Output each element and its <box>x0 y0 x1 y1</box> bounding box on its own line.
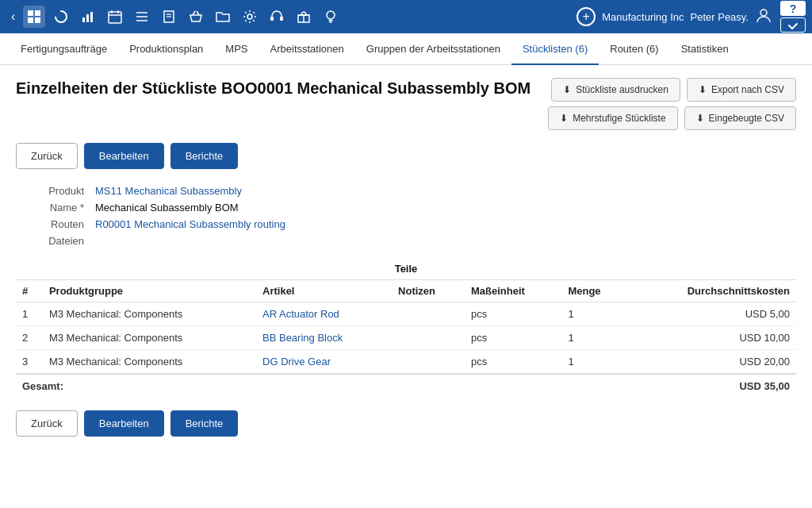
list-icon[interactable] <box>131 6 153 28</box>
cell-group-2: M3 Mechanical: Components <box>43 326 256 350</box>
cell-qty-3: 1 <box>561 350 627 375</box>
reports-button-bottom[interactable]: Berichte <box>170 410 239 437</box>
label-name: Name * <box>16 202 95 214</box>
label-dateien: Dateien <box>16 235 95 247</box>
svg-rect-6 <box>86 14 89 22</box>
headset-icon[interactable] <box>266 6 288 28</box>
svg-rect-5 <box>82 17 85 22</box>
svg-rect-2 <box>28 17 33 23</box>
nav-item-routen[interactable]: Routen (6) <box>599 33 669 65</box>
nav-bar: Fertigungsaufträge Produktionsplan MPS A… <box>0 33 812 65</box>
cell-notes-1 <box>392 302 465 326</box>
value-routen[interactable]: R00001 Mechanical Subassembly routing <box>95 218 285 230</box>
spinner-icon[interactable] <box>50 6 72 28</box>
svg-point-22 <box>327 11 335 19</box>
cell-unit-2: pcs <box>465 326 561 350</box>
col-notes: Notizen <box>392 280 465 302</box>
col-qty: Menge <box>561 280 627 302</box>
calendar-icon[interactable] <box>104 6 126 28</box>
field-produkt: Produkt MS11 Mechanical Subassembly <box>16 185 796 197</box>
table-row: 1 M3 Mechanical: Components AR Actuator … <box>16 302 796 326</box>
page-title: Einzelheiten der Stückliste BOO0001 Mech… <box>16 78 530 98</box>
edit-button-bottom[interactable]: Bearbeiten <box>84 410 164 437</box>
reports-button-top[interactable]: Berichte <box>170 143 239 169</box>
col-article: Artikel <box>256 280 392 302</box>
user-name: Peter Peasy. <box>691 11 749 23</box>
cell-group-3: M3 Mechanical: Components <box>43 350 256 375</box>
export-csv-button[interactable]: ⬇ Export nach CSV <box>687 78 796 102</box>
label-produkt: Produkt <box>16 185 95 197</box>
back-button-bottom[interactable]: Zurück <box>16 410 78 437</box>
main-content: Einzelheiten der Stückliste BOO0001 Mech… <box>0 65 812 508</box>
cell-cost-1: USD 5,00 <box>628 302 796 326</box>
cell-article-3[interactable]: DG Drive Gear <box>256 350 392 375</box>
cell-notes-3 <box>392 350 465 375</box>
svg-rect-19 <box>280 17 283 21</box>
nav-item-fertigungsauftraege[interactable]: Fertigungsaufträge <box>10 33 118 65</box>
svg-rect-18 <box>270 17 274 21</box>
download-icon-2: ⬇ <box>699 84 707 95</box>
header-btn-row-2: ⬇ Mehrstufige Stückliste ⬇ Eingebeugte C… <box>548 106 796 130</box>
cell-article-2[interactable]: BB Bearing Block <box>256 326 392 350</box>
toolbar-icons <box>23 6 573 28</box>
download-icon-1: ⬇ <box>563 84 571 95</box>
toolbar-right: + Manufacturing Inc Peter Peasy. <box>576 6 772 28</box>
plus-button[interactable]: + <box>576 7 596 26</box>
book-icon[interactable] <box>158 6 180 28</box>
cell-article-1[interactable]: AR Actuator Rod <box>256 302 392 326</box>
chart-bar-icon[interactable] <box>77 6 99 28</box>
cell-notes-2 <box>392 326 465 350</box>
svg-rect-1 <box>35 10 40 16</box>
nav-item-arbeitsstationen[interactable]: Arbeitsstationen <box>259 33 355 65</box>
col-unit: Maßeinheit <box>465 280 561 302</box>
nav-item-mps[interactable]: MPS <box>214 33 259 65</box>
help-button[interactable]: ? <box>780 1 806 16</box>
detail-form: Produkt MS11 Mechanical Subassembly Name… <box>16 185 796 247</box>
download-icon-4: ⬇ <box>696 113 704 124</box>
parts-section: Teile # Produktgruppe Artikel Notizen Ma… <box>16 263 796 398</box>
back-button[interactable]: ‹ <box>6 6 20 27</box>
col-group: Produktgruppe <box>43 280 256 302</box>
action-buttons-bottom: Zurück Bearbeiten Berichte <box>16 410 796 437</box>
cell-unit-3: pcs <box>465 350 561 375</box>
company-name: Manufacturing Inc <box>602 11 684 23</box>
svg-rect-7 <box>90 12 93 22</box>
user-icon[interactable] <box>755 6 772 28</box>
nav-item-statistiken[interactable]: Statistiken <box>670 33 740 65</box>
svg-rect-8 <box>109 12 121 23</box>
settings-icon[interactable] <box>239 6 261 28</box>
svg-point-17 <box>247 14 252 19</box>
grid-icon[interactable] <box>23 6 45 28</box>
col-num: # <box>16 280 43 302</box>
edit-button-top[interactable]: Bearbeiten <box>84 143 164 169</box>
cell-qty-1: 1 <box>561 302 627 326</box>
top-toolbar: ‹ <box>0 0 812 33</box>
svg-point-4 <box>56 11 67 22</box>
value-name: Mechanical Subassembly BOM <box>95 202 239 214</box>
basket-icon[interactable] <box>185 6 207 28</box>
gift-icon[interactable] <box>293 6 315 28</box>
folder-icon[interactable] <box>212 6 234 28</box>
header-buttons: ⬇ Stückliste ausdrucken ⬇ Export nach CS… <box>548 78 796 130</box>
cell-qty-2: 1 <box>561 326 627 350</box>
check-button[interactable] <box>780 17 806 33</box>
page-header: Einzelheiten der Stückliste BOO0001 Mech… <box>16 78 796 130</box>
cell-unit-1: pcs <box>465 302 561 326</box>
label-routen: Routen <box>16 218 95 230</box>
svg-point-24 <box>760 10 767 16</box>
header-btn-row-1: ⬇ Stückliste ausdrucken ⬇ Export nach CS… <box>551 78 796 102</box>
table-row: 2 M3 Mechanical: Components BB Bearing B… <box>16 326 796 350</box>
nav-item-gruppen[interactable]: Gruppen der Arbeitsstationen <box>355 33 511 65</box>
print-bom-button[interactable]: ⬇ Stückliste ausdrucken <box>551 78 680 102</box>
embedded-csv-button[interactable]: ⬇ Eingebeugte CSV <box>684 106 796 130</box>
value-produkt[interactable]: MS11 Mechanical Subassembly <box>95 185 242 197</box>
back-button-top[interactable]: Zurück <box>16 143 78 169</box>
col-cost: Durchschnittskosten <box>628 280 796 302</box>
nav-item-stucklisten[interactable]: Stücklisten (6) <box>511 33 599 65</box>
multilevel-bom-button[interactable]: ⬇ Mehrstufige Stückliste <box>548 106 677 130</box>
cell-cost-3: USD 20,00 <box>628 350 796 375</box>
nav-item-produktionsplan[interactable]: Produktionsplan <box>118 33 214 65</box>
parts-table: # Produktgruppe Artikel Notizen Maßeinhe… <box>16 279 796 398</box>
field-dateien: Dateien <box>16 235 796 247</box>
bulb-icon[interactable] <box>320 6 342 28</box>
